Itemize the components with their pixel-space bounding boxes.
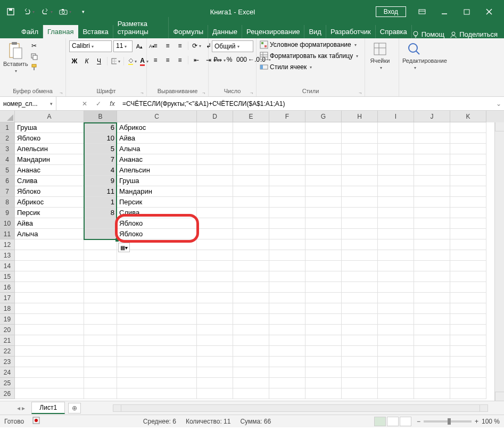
cell[interactable] — [197, 229, 233, 239]
cell[interactable] — [414, 367, 450, 378]
cell[interactable] — [233, 229, 269, 239]
editing-button[interactable]: Редактирование — [402, 40, 426, 70]
cell[interactable] — [269, 154, 305, 165]
cell[interactable] — [84, 250, 117, 261]
fill-color-icon[interactable] — [127, 56, 137, 67]
align-left-icon[interactable]: ≡ — [150, 55, 161, 65]
cell[interactable]: Алыча — [117, 144, 197, 154]
minimize-icon[interactable] — [434, 4, 455, 20]
row-header[interactable]: 22 — [0, 346, 15, 357]
cell[interactable] — [15, 261, 84, 271]
row-header[interactable]: 16 — [0, 282, 15, 293]
cell[interactable] — [378, 282, 414, 293]
cell[interactable] — [414, 378, 450, 388]
zoom-in-icon[interactable]: + — [475, 418, 478, 425]
cut-icon[interactable]: ✂ — [29, 40, 39, 51]
cell[interactable] — [342, 133, 378, 144]
cell[interactable] — [84, 261, 117, 271]
col-header[interactable]: F — [269, 111, 305, 122]
cell[interactable] — [378, 293, 414, 303]
borders-icon[interactable] — [110, 56, 121, 67]
cell[interactable] — [450, 197, 486, 208]
cell[interactable] — [233, 133, 269, 144]
cell[interactable] — [197, 293, 233, 303]
cell[interactable] — [197, 197, 233, 208]
cell[interactable]: 8 — [84, 208, 117, 218]
underline-icon[interactable]: Ч — [94, 56, 104, 67]
cell[interactable] — [450, 239, 486, 250]
cell[interactable] — [269, 271, 305, 282]
cell[interactable] — [450, 293, 486, 303]
cell[interactable] — [269, 122, 305, 133]
cell[interactable] — [378, 144, 414, 154]
cell[interactable] — [450, 388, 486, 399]
cell[interactable] — [414, 208, 450, 218]
cell[interactable]: 10 — [84, 133, 117, 144]
cell[interactable] — [414, 154, 450, 165]
cell[interactable] — [233, 325, 269, 335]
worksheet[interactable]: A B C D E F G H I J K 1Груша6Абрикос2Ябл… — [0, 111, 504, 401]
cell[interactable] — [15, 335, 84, 346]
cell[interactable] — [414, 325, 450, 335]
cell[interactable]: Апельсин — [117, 165, 197, 176]
row-header[interactable]: 14 — [0, 261, 15, 271]
cell[interactable] — [414, 218, 450, 229]
cell[interactable] — [233, 367, 269, 378]
cell[interactable] — [305, 250, 342, 261]
cell[interactable] — [197, 346, 233, 357]
cell[interactable] — [197, 239, 233, 250]
cell[interactable] — [84, 314, 117, 325]
cell[interactable] — [305, 388, 342, 399]
cell[interactable] — [414, 303, 450, 314]
cell[interactable] — [305, 218, 342, 229]
zoom-out-icon[interactable]: − — [417, 418, 420, 425]
cell[interactable] — [269, 239, 305, 250]
row-header[interactable]: 13 — [0, 250, 15, 261]
cell[interactable] — [233, 314, 269, 325]
cell[interactable] — [15, 239, 84, 250]
cell[interactable] — [450, 271, 486, 282]
zoom-level[interactable]: 100 % — [482, 418, 500, 425]
undo-icon[interactable] — [22, 5, 35, 18]
cell[interactable] — [450, 229, 486, 239]
cell[interactable] — [15, 357, 84, 367]
cell[interactable] — [197, 144, 233, 154]
row-header[interactable]: 6 — [0, 176, 15, 186]
cell[interactable]: 1 — [84, 197, 117, 208]
cell[interactable] — [414, 197, 450, 208]
cell[interactable] — [378, 314, 414, 325]
cell[interactable] — [342, 293, 378, 303]
cell[interactable] — [450, 378, 486, 388]
cell[interactable] — [342, 229, 378, 239]
row-header[interactable]: 23 — [0, 357, 15, 367]
cell[interactable] — [117, 388, 197, 399]
cell[interactable] — [342, 186, 378, 197]
cell[interactable] — [414, 261, 450, 271]
cell[interactable]: Мандарин — [15, 154, 84, 165]
cell[interactable] — [305, 144, 342, 154]
horizontal-scrollbar[interactable] — [113, 404, 488, 412]
cell[interactable] — [233, 346, 269, 357]
orientation-icon[interactable]: ⟳ — [191, 40, 202, 51]
cell[interactable] — [197, 176, 233, 186]
cell[interactable]: Абрикос — [117, 122, 197, 133]
cell[interactable] — [378, 357, 414, 367]
cell[interactable] — [342, 218, 378, 229]
cell[interactable] — [450, 154, 486, 165]
cell[interactable] — [117, 282, 197, 293]
cell[interactable] — [117, 303, 197, 314]
row-header[interactable]: 24 — [0, 367, 15, 378]
tab-formulas[interactable]: Формулы — [169, 25, 208, 38]
cell[interactable]: Яблоко — [15, 186, 84, 197]
cell[interactable] — [305, 378, 342, 388]
cell[interactable] — [414, 388, 450, 399]
cell[interactable] — [305, 154, 342, 165]
cell[interactable] — [378, 367, 414, 378]
cell[interactable]: Слива — [15, 176, 84, 186]
cell[interactable] — [269, 261, 305, 271]
cell[interactable] — [378, 378, 414, 388]
cell[interactable] — [15, 367, 84, 378]
fx-icon[interactable]: fx — [105, 100, 119, 107]
cell[interactable] — [342, 271, 378, 282]
cell[interactable] — [197, 314, 233, 325]
